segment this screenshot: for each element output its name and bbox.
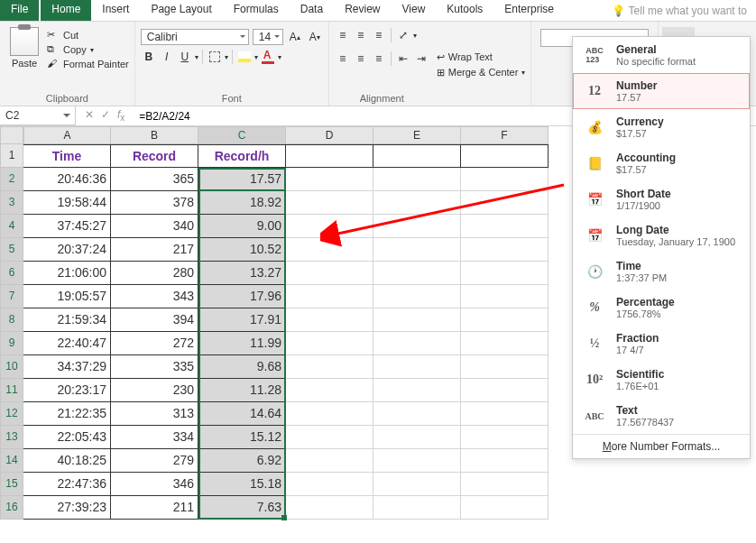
cell[interactable]: [373, 496, 461, 520]
align-bottom-button[interactable]: ≡: [371, 27, 387, 43]
format-painter-button[interactable]: 🖌Format Painter: [47, 58, 129, 70]
col-header-F[interactable]: F: [461, 126, 549, 144]
cell[interactable]: [286, 473, 373, 496]
cell[interactable]: 17.91: [198, 308, 286, 332]
cell[interactable]: 6.92: [198, 449, 286, 473]
fill-color-button[interactable]: [236, 49, 253, 65]
row-header-10[interactable]: 10: [0, 355, 23, 379]
font-size-select[interactable]: 14: [253, 29, 283, 45]
tab-page-layout[interactable]: Page Layout: [140, 0, 222, 21]
cell[interactable]: 37:45:27: [23, 215, 111, 238]
align-left-button[interactable]: ≡: [335, 51, 351, 67]
row-header-7[interactable]: 7: [0, 285, 23, 308]
cell[interactable]: 335: [111, 355, 198, 379]
cell[interactable]: 34:37:29: [23, 355, 111, 379]
select-all-corner[interactable]: [0, 126, 23, 144]
cell[interactable]: [461, 332, 549, 355]
cell[interactable]: [286, 238, 373, 262]
cell[interactable]: [373, 144, 461, 168]
row-header-8[interactable]: 8: [0, 308, 23, 332]
cell[interactable]: [286, 355, 373, 379]
tab-data[interactable]: Data: [290, 0, 334, 21]
merge-center-button[interactable]: ⊞Merge & Center ▾: [437, 67, 526, 78]
cell[interactable]: 394: [111, 308, 198, 332]
cell[interactable]: [286, 379, 373, 402]
cell[interactable]: [286, 496, 373, 520]
cell[interactable]: [461, 308, 549, 332]
cut-button[interactable]: ✂Cut: [47, 29, 129, 41]
format-currency[interactable]: 💰Currency$17.57: [573, 109, 750, 145]
decrease-font-button[interactable]: A▾: [307, 29, 323, 45]
cell[interactable]: [286, 402, 373, 426]
cell[interactable]: 21:22:35: [23, 402, 111, 426]
cell[interactable]: 11.28: [198, 379, 286, 402]
col-header-B[interactable]: B: [111, 126, 198, 144]
cell[interactable]: 27:39:23: [23, 496, 111, 520]
cell[interactable]: 21:59:34: [23, 308, 111, 332]
decrease-indent-button[interactable]: ⇤: [395, 51, 411, 67]
cell[interactable]: [286, 449, 373, 473]
format-time[interactable]: 🕐Time1:37:37 PM: [573, 253, 750, 290]
cell[interactable]: [286, 308, 373, 332]
row-header-13[interactable]: 13: [0, 426, 23, 449]
tab-home[interactable]: Home: [41, 0, 91, 21]
cell[interactable]: [286, 144, 373, 168]
cell[interactable]: [461, 238, 549, 262]
cell[interactable]: 19:05:57: [23, 285, 111, 308]
copy-button[interactable]: ⧉Copy ▾: [47, 43, 129, 56]
name-box[interactable]: C2: [0, 106, 76, 125]
format-general[interactable]: ABC123GeneralNo specific format: [573, 37, 750, 73]
cell[interactable]: 7.63: [198, 496, 286, 520]
border-button[interactable]: [207, 49, 223, 65]
cell[interactable]: [461, 285, 549, 308]
increase-indent-button[interactable]: ⇥: [413, 51, 429, 67]
align-center-button[interactable]: ≡: [353, 51, 369, 67]
cell[interactable]: 9.68: [198, 355, 286, 379]
cell[interactable]: 9.00: [198, 215, 286, 238]
format-short-date[interactable]: 📅Short Date1/17/1900: [573, 181, 750, 217]
tab-enterprise[interactable]: Enterprise: [493, 0, 565, 21]
cell[interactable]: 19:58:44: [23, 191, 111, 215]
cell[interactable]: [286, 332, 373, 355]
row-header-15[interactable]: 15: [0, 473, 23, 496]
cancel-formula-button[interactable]: ✕: [85, 108, 94, 123]
cell[interactable]: [373, 215, 461, 238]
row-header-16[interactable]: 16: [0, 496, 23, 520]
cell[interactable]: [373, 402, 461, 426]
cell[interactable]: [286, 262, 373, 285]
cell[interactable]: 340: [111, 215, 198, 238]
cell[interactable]: 346: [111, 473, 198, 496]
cell[interactable]: [461, 402, 549, 426]
tab-file[interactable]: File: [0, 0, 39, 21]
cell[interactable]: 14.64: [198, 402, 286, 426]
cell[interactable]: [373, 355, 461, 379]
cell[interactable]: [461, 449, 549, 473]
cell[interactable]: [286, 426, 373, 449]
row-header-5[interactable]: 5: [0, 238, 23, 262]
tab-view[interactable]: View: [392, 0, 437, 21]
cell[interactable]: [286, 285, 373, 308]
cell[interactable]: [373, 308, 461, 332]
cell[interactable]: [373, 262, 461, 285]
row-header-2[interactable]: 2: [0, 168, 23, 191]
cell[interactable]: 343: [111, 285, 198, 308]
cell[interactable]: [373, 426, 461, 449]
tab-formulas[interactable]: Formulas: [223, 0, 290, 21]
format-scientific[interactable]: 10²Scientific1.76E+01: [573, 362, 750, 398]
cell[interactable]: [461, 379, 549, 402]
row-header-1[interactable]: 1: [0, 144, 23, 168]
cell[interactable]: 211: [111, 496, 198, 520]
row-header-14[interactable]: 14: [0, 449, 23, 473]
cell[interactable]: 365: [111, 168, 198, 191]
cell[interactable]: [373, 379, 461, 402]
header-cell[interactable]: Time: [23, 144, 111, 168]
cell[interactable]: 11.99: [198, 332, 286, 355]
cell[interactable]: 279: [111, 449, 198, 473]
cell[interactable]: [461, 473, 549, 496]
cell[interactable]: 20:37:24: [23, 238, 111, 262]
cell[interactable]: 40:18:25: [23, 449, 111, 473]
cell[interactable]: [373, 285, 461, 308]
tab-review[interactable]: Review: [334, 0, 391, 21]
cell[interactable]: [373, 332, 461, 355]
cell[interactable]: 280: [111, 262, 198, 285]
